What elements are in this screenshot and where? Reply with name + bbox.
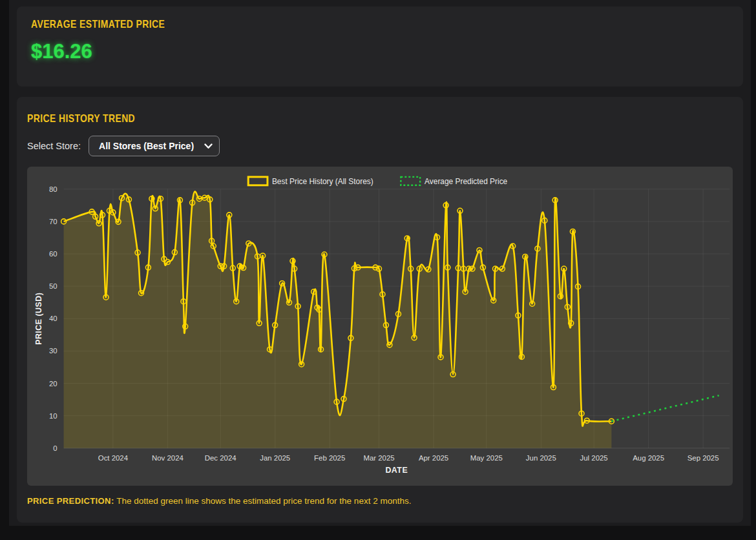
legend-label: Average Predicted Price [425, 177, 508, 186]
legend-item[interactable]: Average Predicted Price [401, 177, 507, 186]
x-tick-label: Dec 2024 [205, 454, 236, 462]
price-history-title: PRICE HISTORY TREND [27, 112, 135, 125]
y-tick-label: 70 [49, 218, 58, 225]
x-axis-title: DATE [385, 466, 408, 475]
x-tick-label: Feb 2025 [314, 454, 345, 462]
prediction-note-text: The dotted green line shows the estimate… [114, 496, 412, 506]
legend-label: Best Price History (All Stores) [272, 177, 373, 186]
x-tick-label: Aug 2025 [633, 454, 664, 462]
price-history-card: PRICE HISTORY TREND Select Store: All St… [17, 97, 743, 523]
store-select-label: Select Store: [27, 141, 81, 151]
x-tick-label: May 2025 [470, 454, 503, 462]
x-tick-label: Oct 2024 [98, 454, 129, 462]
app-window: AVERAGE ESTIMATED PRICE $16.26 PRICE HIS… [9, 0, 751, 526]
average-price-value: $16.26 [31, 40, 729, 63]
y-tick-label: 50 [49, 282, 58, 290]
x-tick-label: Jun 2025 [526, 454, 556, 462]
prediction-note-label: PRICE PREDICTION: [27, 496, 114, 506]
x-tick-label: Jul 2025 [580, 454, 608, 462]
x-tick-label: Mar 2025 [363, 454, 394, 462]
y-tick-label: 10 [49, 412, 58, 420]
y-tick-label: 60 [49, 250, 58, 258]
y-tick-label: 30 [49, 347, 58, 355]
prediction-note: PRICE PREDICTION: The dotted green line … [27, 496, 733, 506]
y-tick-label: 40 [49, 315, 58, 322]
price-history-chart[interactable]: 01020304050607080Oct 2024Nov 2024Dec 202… [27, 167, 733, 486]
store-select[interactable]: All Stores (Best Price) [89, 136, 220, 156]
legend-swatch [401, 177, 420, 185]
y-tick-label: 0 [53, 444, 57, 452]
y-tick-label: 80 [49, 185, 58, 193]
x-tick-label: Nov 2024 [152, 454, 184, 462]
x-tick-label: Apr 2025 [419, 454, 448, 462]
x-tick-label: Jan 2025 [260, 454, 290, 462]
x-tick-label: Sep 2025 [688, 454, 719, 462]
legend-swatch [248, 177, 268, 185]
average-price-title: AVERAGE ESTIMATED PRICE [31, 18, 165, 31]
chart-canvas[interactable]: 01020304050607080Oct 2024Nov 2024Dec 202… [27, 167, 733, 483]
y-axis-title: PRICE (USD) [34, 293, 43, 345]
average-price-card: AVERAGE ESTIMATED PRICE $16.26 [17, 6, 743, 87]
y-tick-label: 20 [49, 380, 58, 388]
store-select-row: Select Store: All Stores (Best Price) [27, 136, 733, 156]
legend-item[interactable]: Best Price History (All Stores) [248, 177, 373, 186]
